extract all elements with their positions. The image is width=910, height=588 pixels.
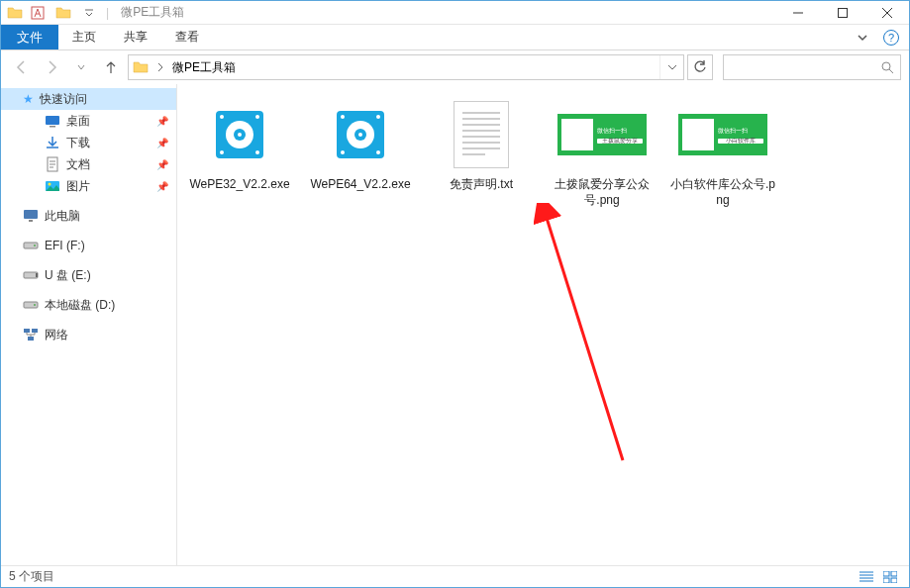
nav-up-button[interactable] <box>98 54 124 80</box>
svg-rect-18 <box>28 337 34 341</box>
nav-recent-dropdown[interactable] <box>68 54 94 80</box>
file-name: 小白软件库公众号.png <box>668 177 777 208</box>
svg-rect-17 <box>32 329 38 333</box>
minimize-button[interactable] <box>775 1 820 25</box>
pin-icon: 📌 <box>156 181 168 192</box>
address-history-dropdown[interactable] <box>659 55 683 79</box>
nav-bar: 微PE工具箱 <box>1 50 909 84</box>
ribbon-file-tab[interactable]: 文件 <box>1 25 58 49</box>
sidebar-item-documents[interactable]: 文档 📌 <box>1 153 176 175</box>
refresh-button[interactable] <box>687 54 713 80</box>
svg-rect-13 <box>36 273 38 277</box>
ribbon-tab-share[interactable]: 共享 <box>110 25 161 49</box>
view-details-button[interactable] <box>856 568 877 586</box>
svg-point-23 <box>220 115 224 119</box>
svg-rect-12 <box>24 272 38 278</box>
svg-rect-1 <box>838 8 847 17</box>
titlebar-separator: | <box>106 6 109 20</box>
folder-icon <box>7 5 23 21</box>
sidebar-item-label: 桌面 <box>66 113 90 130</box>
svg-line-35 <box>546 215 623 460</box>
exe-icon <box>313 96 408 173</box>
svg-rect-8 <box>24 210 38 219</box>
file-item[interactable]: WePE64_V2.2.exe <box>306 96 415 193</box>
pictures-icon <box>45 178 60 194</box>
pin-icon: 📌 <box>156 159 168 170</box>
documents-icon <box>45 156 60 172</box>
file-name: 免责声明.txt <box>450 177 513 193</box>
title-bar: | 微PE工具箱 <box>1 1 909 25</box>
sidebar-drive-efi[interactable]: EFI (F:) <box>1 235 176 256</box>
sidebar-network[interactable]: 网络 <box>1 324 176 345</box>
sidebar-item-label: 图片 <box>66 178 90 195</box>
svg-rect-16 <box>24 329 30 333</box>
annotation-arrow <box>534 203 653 480</box>
sidebar-item-label: 本地磁盘 (D:) <box>45 297 115 314</box>
search-icon <box>880 60 894 74</box>
address-chevron-icon[interactable] <box>152 62 168 72</box>
status-bar: 5 个项目 <box>1 565 909 587</box>
pin-icon: 📌 <box>156 138 168 148</box>
view-icons-button[interactable] <box>879 568 901 586</box>
svg-point-33 <box>341 150 345 154</box>
sidebar-quick-access[interactable]: ★ 快速访问 <box>1 88 176 110</box>
pc-icon <box>23 208 39 224</box>
file-item[interactable]: WePE32_V2.2.exe <box>185 96 294 193</box>
usb-drive-icon <box>23 267 39 283</box>
sidebar-item-label: 此电脑 <box>45 208 80 225</box>
desktop-icon <box>45 113 60 129</box>
nav-back-button[interactable] <box>9 54 35 80</box>
ribbon-tab-home[interactable]: 主页 <box>58 25 110 49</box>
download-icon <box>45 135 60 150</box>
window-title: 微PE工具箱 <box>121 4 184 21</box>
svg-point-11 <box>34 245 36 246</box>
file-name: WePE32_V2.2.exe <box>189 177 289 193</box>
sidebar-drive-usb[interactable]: U 盘 (E:) <box>1 264 176 286</box>
svg-point-2 <box>882 62 890 70</box>
svg-point-26 <box>255 150 259 154</box>
sidebar-item-downloads[interactable]: 下载 📌 <box>1 132 176 153</box>
file-name: 土拨鼠爱分享公众号.png <box>548 177 657 208</box>
png-thumbnail: 微信扫一扫 小白软件库 <box>675 96 770 173</box>
sidebar-item-label: 网络 <box>45 327 68 343</box>
address-folder-icon <box>129 59 152 75</box>
qat-dropdown-icon[interactable] <box>78 2 100 24</box>
maximize-button[interactable] <box>820 1 864 25</box>
svg-point-22 <box>238 133 242 137</box>
drive-icon <box>23 238 39 253</box>
file-item[interactable]: 微信扫一扫 土拨鼠爱分享 土拨鼠爱分享公众号.png <box>548 96 657 208</box>
ribbon: 文件 主页 共享 查看 ? <box>1 25 909 50</box>
ribbon-tab-view[interactable]: 查看 <box>161 25 213 49</box>
file-item[interactable]: 免责声明.txt <box>427 96 536 193</box>
sidebar-this-pc[interactable]: 此电脑 <box>1 205 176 227</box>
exe-icon <box>192 96 287 173</box>
status-item-count: 5 个项目 <box>9 568 54 585</box>
ribbon-expand-icon[interactable] <box>858 33 867 43</box>
search-input[interactable] <box>723 54 901 80</box>
svg-point-34 <box>376 150 380 154</box>
svg-rect-3 <box>46 116 59 125</box>
sidebar-item-desktop[interactable]: 桌面 📌 <box>1 110 176 132</box>
svg-point-25 <box>220 150 224 154</box>
qat-properties-icon[interactable] <box>27 2 49 24</box>
sidebar-item-pictures[interactable]: 图片 📌 <box>1 175 176 197</box>
address-bar[interactable]: 微PE工具箱 <box>128 54 684 80</box>
qat-newfolder-icon[interactable] <box>52 2 74 24</box>
svg-rect-36 <box>883 571 889 576</box>
svg-rect-37 <box>891 571 897 576</box>
network-icon <box>23 327 39 343</box>
file-list-pane[interactable]: WePE32_V2.2.exe WePE64_V2.2.exe 免责声明.txt… <box>177 84 909 565</box>
sidebar-drive-local[interactable]: 本地磁盘 (D:) <box>1 294 176 316</box>
svg-rect-4 <box>50 126 55 128</box>
txt-icon <box>434 96 529 173</box>
star-icon: ★ <box>23 92 34 106</box>
sidebar-label: 快速访问 <box>40 91 87 108</box>
nav-forward-button[interactable] <box>39 54 64 80</box>
file-name: WePE64_V2.2.exe <box>310 177 410 193</box>
address-segment[interactable]: 微PE工具箱 <box>168 59 240 76</box>
close-button[interactable] <box>864 1 909 25</box>
file-item[interactable]: 微信扫一扫 小白软件库 小白软件库公众号.png <box>668 96 777 208</box>
help-icon[interactable]: ? <box>883 30 899 46</box>
svg-point-30 <box>358 133 362 137</box>
navigation-pane: ★ 快速访问 桌面 📌 下载 📌 文档 📌 图片 📌 此电脑 <box>1 84 177 565</box>
